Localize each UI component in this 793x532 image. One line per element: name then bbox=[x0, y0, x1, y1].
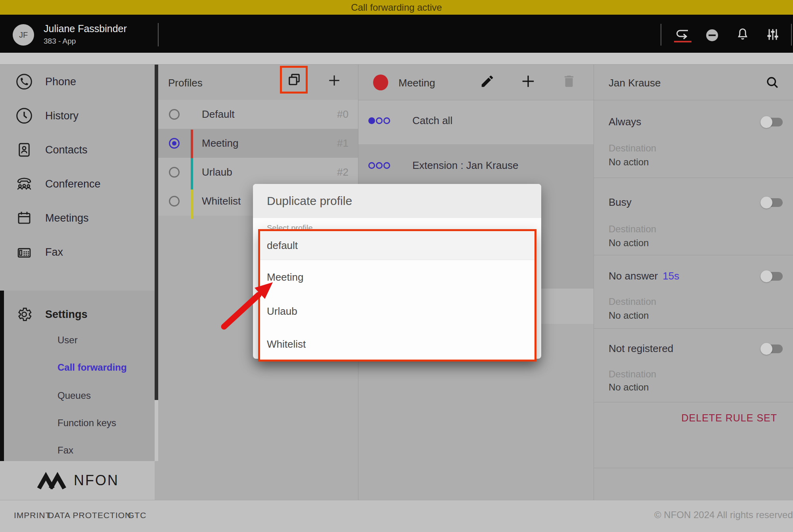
ruleset-color-dot bbox=[373, 75, 388, 90]
topbar-divider-right bbox=[661, 24, 661, 46]
sidebar-item-label: History bbox=[45, 110, 79, 122]
profiles-title: Profiles bbox=[168, 77, 203, 89]
search-icon[interactable] bbox=[765, 75, 780, 90]
sidebar-subitem-function-keys[interactable]: Function keys bbox=[57, 415, 153, 431]
detail-divider-2 bbox=[594, 255, 793, 255]
dropdown-option-whitelist[interactable]: Whitelist bbox=[260, 328, 534, 360]
avatar-initials: JF bbox=[19, 31, 28, 40]
destination-value[interactable]: No action bbox=[609, 382, 649, 393]
sidebar-item-meetings[interactable]: Meetings bbox=[0, 201, 155, 235]
sidebar-item-settings[interactable]: Settings bbox=[0, 297, 155, 331]
footer-link-gtc[interactable]: GTC bbox=[128, 511, 146, 520]
nfon-logo-mark bbox=[36, 471, 70, 490]
user-extension: 383 - App bbox=[44, 37, 76, 46]
section-title-no-answer: No answer15s bbox=[609, 270, 679, 282]
fax-icon bbox=[15, 243, 33, 261]
app-window: Call forwarding active JF Juliane Fassbi… bbox=[0, 0, 793, 532]
toggle-not-registered[interactable] bbox=[762, 344, 783, 353]
topbar-divider bbox=[158, 23, 159, 46]
section-title-not-registered: Not registered bbox=[609, 343, 673, 355]
profile-color-whitelist bbox=[191, 189, 193, 219]
gear-icon bbox=[15, 305, 33, 323]
sidebar-subitem-queues[interactable]: Queues bbox=[57, 388, 153, 404]
extension-icon bbox=[368, 162, 390, 169]
dialog-title: Duplicate profile bbox=[267, 194, 352, 208]
profile-row-urlaub[interactable]: Urlaub #2 bbox=[158, 158, 358, 187]
profile-select-dropdown: default Meeting Urlaub Whitelist bbox=[258, 229, 536, 362]
profile-color-urlaub bbox=[191, 158, 193, 189]
sidebar-item-history[interactable]: History bbox=[0, 99, 155, 133]
phone-icon bbox=[15, 73, 33, 91]
nfon-logo: NFON bbox=[0, 461, 155, 500]
history-clock-icon bbox=[15, 107, 33, 125]
delete-rule-set-button[interactable]: DELETE RULE SET bbox=[594, 412, 777, 424]
radio-default[interactable] bbox=[169, 109, 180, 120]
dropdown-option-meeting[interactable]: Meeting bbox=[260, 260, 534, 294]
radio-whitelist[interactable] bbox=[169, 196, 180, 207]
profile-row-meeting[interactable]: Meeting #1 bbox=[158, 129, 358, 158]
sidebar-item-contacts[interactable]: Contacts bbox=[0, 133, 155, 167]
detail-divider-5 bbox=[594, 468, 793, 468]
sidebar-item-label: Fax bbox=[45, 246, 63, 258]
sidebar-scrollbar-thumb[interactable] bbox=[155, 65, 158, 400]
toggle-no-answer[interactable] bbox=[762, 272, 783, 281]
footer-copyright: © NFON 2024 All rights reserved bbox=[654, 509, 793, 521]
nfon-logo-text: NFON bbox=[74, 472, 119, 489]
footer-link-data-protection[interactable]: DATA PROTECTION bbox=[48, 511, 131, 520]
sidebar-subitem-fax[interactable]: Fax bbox=[57, 442, 153, 458]
sidebar-item-phone[interactable]: Phone bbox=[0, 65, 155, 99]
notifications-bell-icon[interactable] bbox=[734, 26, 751, 43]
add-rule-icon[interactable] bbox=[521, 74, 536, 89]
sidebar-item-label: Meetings bbox=[45, 212, 89, 224]
no-answer-timeout[interactable]: 15s bbox=[663, 270, 679, 282]
detail-divider-3 bbox=[594, 328, 793, 329]
user-name: Juliane Fassbinder bbox=[44, 23, 127, 34]
detail-divider-4 bbox=[594, 402, 793, 402]
toggle-always[interactable] bbox=[762, 118, 783, 126]
destination-value[interactable]: No action bbox=[609, 237, 649, 249]
sidebar-subitem-call-forwarding[interactable]: Call forwarding bbox=[57, 360, 153, 375]
ruleset-title: Meeting bbox=[398, 77, 435, 89]
catch-all-icon bbox=[368, 117, 390, 124]
destination-label: Destination bbox=[609, 296, 656, 307]
do-not-disturb-icon[interactable] bbox=[703, 27, 721, 44]
sidebar-subitem-user[interactable]: User bbox=[57, 332, 153, 348]
radio-urlaub[interactable] bbox=[169, 167, 180, 178]
annotation-box-duplicate-icon bbox=[280, 66, 308, 94]
destination-label: Destination bbox=[609, 143, 656, 154]
dialog-header: Duplicate profile bbox=[253, 184, 541, 218]
sidebar-item-label: Settings bbox=[45, 308, 88, 321]
sidebar-item-label: Phone bbox=[45, 76, 76, 88]
profile-color-meeting bbox=[191, 130, 193, 158]
sidebar-item-label: Conference bbox=[45, 178, 101, 190]
section-title-busy: Busy bbox=[609, 196, 632, 209]
conference-icon bbox=[15, 175, 33, 193]
destination-value[interactable]: No action bbox=[609, 157, 649, 168]
profile-row-default[interactable]: Default #0 bbox=[158, 100, 358, 129]
add-profile-icon[interactable] bbox=[328, 74, 341, 87]
destination-value[interactable]: No action bbox=[609, 310, 649, 321]
destination-label: Destination bbox=[609, 369, 656, 380]
column-divider-2 bbox=[594, 65, 594, 500]
meetings-calendar-icon bbox=[15, 209, 33, 227]
settings-sliders-icon[interactable] bbox=[764, 26, 782, 43]
rule-row-catch-all[interactable]: Catch all bbox=[358, 100, 594, 144]
destination-label: Destination bbox=[609, 224, 656, 235]
dropdown-option-default[interactable]: default bbox=[260, 231, 534, 260]
sidebar-item-conference[interactable]: Conference bbox=[0, 167, 155, 201]
contacts-icon bbox=[15, 141, 33, 159]
sidebar-item-label: Contacts bbox=[45, 144, 88, 156]
delete-ruleset-icon[interactable] bbox=[561, 74, 577, 89]
banner-text: Call forwarding active bbox=[351, 2, 442, 13]
call-forwarding-banner: Call forwarding active bbox=[0, 0, 793, 15]
dropdown-option-urlaub[interactable]: Urlaub bbox=[260, 294, 534, 328]
topbar-divider-edge bbox=[791, 24, 792, 46]
avatar[interactable]: JF bbox=[13, 24, 34, 46]
edit-ruleset-icon[interactable] bbox=[480, 74, 495, 89]
sub-header-strip bbox=[0, 53, 793, 65]
section-title-always: Always bbox=[609, 116, 641, 128]
radio-meeting-selected[interactable] bbox=[169, 138, 180, 149]
sidebar-item-fax[interactable]: Fax bbox=[0, 235, 155, 269]
toggle-busy[interactable] bbox=[762, 198, 783, 207]
footer-link-imprint[interactable]: IMPRINT bbox=[14, 511, 51, 520]
